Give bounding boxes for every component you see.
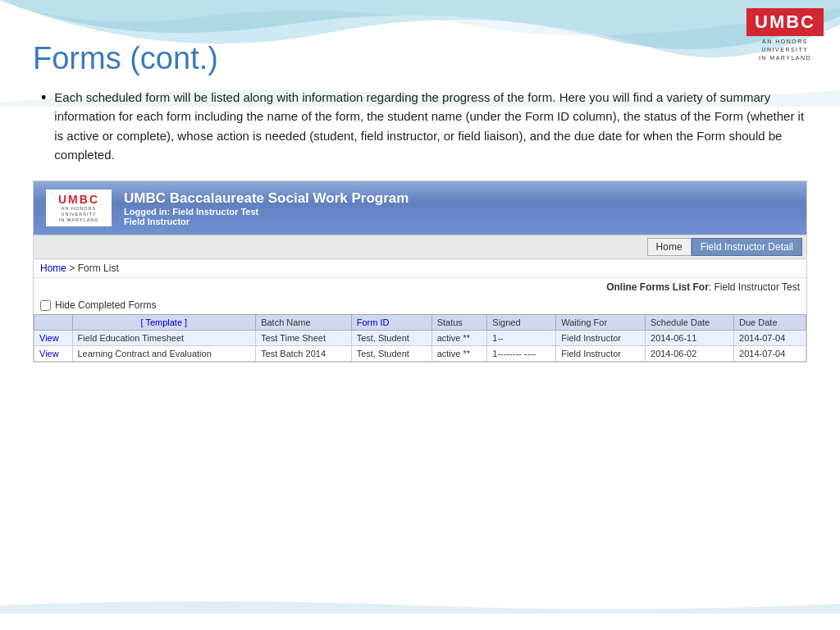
- row2-status: active **: [431, 346, 487, 362]
- field-instructor-detail-button[interactable]: Field Instructor Detail: [692, 238, 802, 256]
- col-header-formid: Form ID: [351, 315, 431, 331]
- table-body: View Field Education Timesheet Test Time…: [34, 331, 806, 362]
- app-subtitle-loggedin: Logged in: Field Instructor Test: [124, 207, 409, 217]
- home-nav-button[interactable]: Home: [647, 238, 692, 256]
- table-row: View Field Education Timesheet Test Time…: [34, 331, 806, 346]
- row2-signed: 1-------- ----: [487, 346, 556, 362]
- row1-duedate: 2014-07-04: [734, 331, 806, 346]
- col-header-waiting: Waiting For: [556, 315, 646, 331]
- row1-waiting: Field Instructor: [556, 331, 646, 346]
- app-header: UMBC AN HONORSUNIVERSITYIN MARYLAND UMBC…: [34, 181, 806, 235]
- umbc-tagline-line3: IN MARYLAND: [746, 54, 824, 62]
- col-header-scheddate: Schedule Date: [646, 315, 734, 331]
- umbc-logo-text: UMBC: [755, 11, 815, 32]
- row1-signed: 1--: [487, 331, 556, 346]
- bullet-dot: •: [41, 89, 46, 107]
- forms-table: [ Template ] Batch Name Form ID Status S…: [34, 314, 806, 362]
- app-umbc-tagline: AN HONORSUNIVERSITYIN MARYLAND: [52, 206, 105, 223]
- app-main-title: UMBC Baccalaureate Social Work Program: [124, 190, 409, 207]
- row2-view-link[interactable]: View: [39, 349, 59, 358]
- app-title-section: UMBC Baccalaureate Social Work Program L…: [124, 190, 409, 226]
- umbc-tagline-line1: AN HONORS: [746, 38, 824, 46]
- row2-formid: Test, Student: [351, 346, 431, 362]
- logged-in-user: Field Instructor Test: [172, 207, 258, 217]
- row2-template: Learning Contract and Evaluation: [72, 346, 256, 362]
- col-header-empty: [34, 315, 73, 331]
- umbc-logo-box: UMBC: [746, 8, 824, 36]
- template-sort-link[interactable]: [ Template ]: [140, 317, 187, 327]
- table-row: View Learning Contract and Evaluation Te…: [34, 346, 806, 362]
- online-forms-user: Field Instructor Test: [714, 281, 800, 293]
- col-header-duedate: Due Date: [734, 315, 806, 331]
- row1-scheddate: 2014-06-11: [646, 331, 734, 346]
- breadcrumb-home-link[interactable]: Home: [40, 262, 66, 274]
- col-header-batch: Batch Name: [256, 315, 352, 331]
- row1-template: Field Education Timesheet: [72, 331, 256, 346]
- online-forms-header: Online Forms List For: Field Instructor …: [34, 278, 806, 296]
- row2-duedate: 2014-07-04: [734, 346, 806, 362]
- hide-completed-checkbox[interactable]: [40, 300, 51, 311]
- logged-in-label: Logged in:: [124, 207, 170, 217]
- bottom-wave: [0, 597, 840, 614]
- hide-completed-label: Hide Completed Forms: [55, 299, 156, 311]
- app-subtitle-role: Field Instructor: [124, 217, 409, 226]
- role-label: Field Instructor: [124, 217, 189, 226]
- col-header-status: Status: [431, 315, 487, 331]
- breadcrumb-bar: Home > Form List: [34, 259, 806, 278]
- slide-content: Forms (cont.) • Each scheduled form will…: [0, 0, 840, 630]
- row1-status: active **: [431, 331, 487, 346]
- slide-title: Forms (cont.): [33, 41, 807, 76]
- col-header-template: [ Template ]: [72, 315, 256, 331]
- app-screenshot: UMBC AN HONORSUNIVERSITYIN MARYLAND UMBC…: [33, 180, 807, 363]
- bullet-text: Each scheduled form will be listed along…: [54, 88, 807, 164]
- row2-batch: Test Batch 2014: [256, 346, 352, 362]
- umbc-logo-corner: UMBC AN HONORS UNIVERSITY IN MARYLAND: [746, 8, 824, 62]
- row1-view-cell: View: [34, 331, 73, 346]
- umbc-tagline-line2: UNIVERSITY: [746, 46, 824, 54]
- app-umbc-logo: UMBC AN HONORSUNIVERSITYIN MARYLAND: [46, 189, 112, 226]
- bullet-item: • Each scheduled form will be listed alo…: [41, 88, 807, 164]
- app-umbc-text: UMBC: [52, 193, 105, 206]
- row2-waiting: Field Instructor: [556, 346, 646, 362]
- online-forms-label: Online Forms List For: [606, 281, 709, 293]
- umbc-tagline: AN HONORS UNIVERSITY IN MARYLAND: [746, 38, 824, 62]
- app-nav: Home Field Instructor Detail: [34, 235, 806, 259]
- breadcrumb-current: Form List: [78, 262, 119, 274]
- formid-sort-link[interactable]: Form ID: [357, 317, 390, 327]
- table-header-row: [ Template ] Batch Name Form ID Status S…: [34, 315, 806, 331]
- row1-view-link[interactable]: View: [39, 333, 59, 343]
- breadcrumb-separator: >: [69, 262, 75, 274]
- row1-batch: Test Time Sheet: [256, 331, 352, 346]
- table-header: [ Template ] Batch Name Form ID Status S…: [34, 315, 806, 331]
- row1-formid: Test, Student: [351, 331, 431, 346]
- row2-view-cell: View: [34, 346, 73, 362]
- hide-completed-section: Hide Completed Forms: [34, 296, 806, 314]
- bottom-wave-svg: [0, 597, 840, 614]
- col-header-signed: Signed: [487, 315, 556, 331]
- bullet-section: • Each scheduled form will be listed alo…: [41, 88, 807, 164]
- row2-scheddate: 2014-06-02: [646, 346, 734, 362]
